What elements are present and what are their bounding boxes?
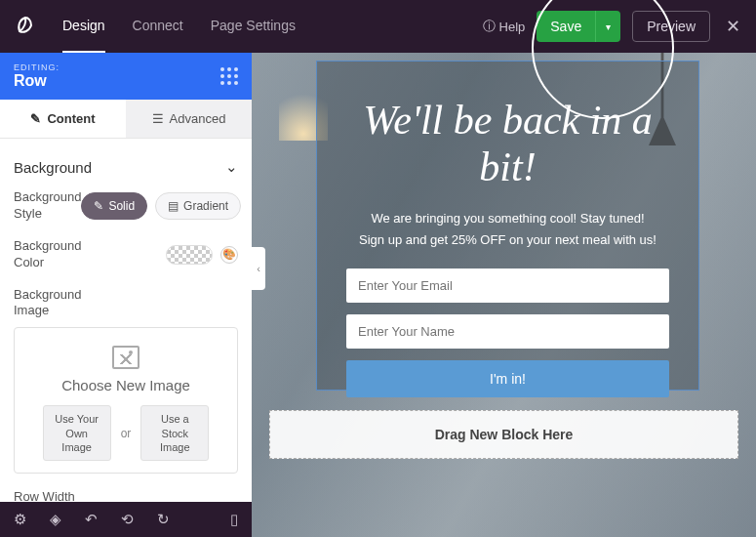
use-own-image-button[interactable]: Use Your Own Image [43,405,111,461]
image-icon [112,346,139,369]
undo-icon[interactable]: ↶ [85,511,98,528]
help-icon: ⓘ [483,18,496,35]
pencil-icon: ✎ [30,111,41,126]
tab-connect[interactable]: Connect [133,0,183,53]
subtext[interactable]: We are bringing you something cool! Stay… [346,208,669,251]
label-bg-image: Background Image [14,287,101,320]
editing-label: EDITING: [14,62,60,72]
collapse-panel-button[interactable]: ‹ [252,247,265,290]
chevron-down-icon: ⌄ [225,158,238,176]
save-button[interactable]: Save [537,11,595,42]
label-bg-color: Background Color [14,238,101,271]
panel-tab-advanced[interactable]: ☰ Advanced [126,100,252,138]
canvas: We'll be back in a bit! We are bringing … [252,53,756,537]
content-block[interactable]: We'll be back in a bit! We are bringing … [316,61,699,391]
email-input[interactable] [346,268,669,303]
editing-type: Row [14,72,60,90]
pencil-icon: ✎ [94,199,103,213]
history-icon[interactable]: ⟲ [121,511,134,528]
image-chooser: Choose New Image Use Your Own Image or U… [14,327,238,474]
mobile-icon[interactable]: ▯ [230,511,238,528]
preview-button[interactable]: Preview [632,11,710,42]
bg-style-solid[interactable]: ✎ Solid [81,192,147,220]
close-icon[interactable]: ✕ [722,16,744,37]
gradient-icon: ▤ [168,199,179,213]
sliders-icon: ☰ [152,111,164,126]
save-dropdown-button[interactable]: ▾ [595,11,620,42]
color-swatch[interactable] [166,245,213,265]
bg-style-gradient[interactable]: ▤ Gradient [155,192,241,220]
name-input[interactable] [346,314,669,349]
layers-icon[interactable]: ◈ [50,511,61,528]
tab-page-settings[interactable]: Page Settings [211,0,296,53]
use-stock-image-button[interactable]: Use a Stock Image [140,405,209,461]
palette-icon[interactable]: 🎨 [220,246,238,264]
choose-image-label: Choose New Image [24,377,227,393]
section-background[interactable]: Background ⌄ [14,152,238,189]
tab-design[interactable]: Design [62,0,105,53]
or-text: or [121,427,132,440]
drop-zone[interactable]: Drag New Block Here [269,410,738,459]
panel-tab-content[interactable]: ✎ Content [0,100,126,138]
panel-header: EDITING: Row [0,53,252,100]
help-link[interactable]: ⓘ Help [483,18,526,35]
label-bg-style: Background Style [14,189,81,223]
redo-icon[interactable]: ↻ [157,511,170,528]
drag-handle-icon[interactable] [220,67,238,85]
gear-icon[interactable]: ⚙ [14,511,26,528]
headline[interactable]: We'll be back in a bit! [346,97,669,190]
brand-logo[interactable] [12,13,39,40]
submit-button[interactable]: I'm in! [346,360,669,397]
